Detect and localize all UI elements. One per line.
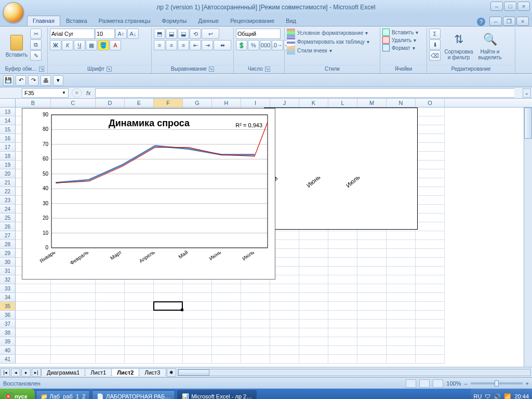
cell[interactable] xyxy=(183,355,212,364)
col-header-C[interactable]: C xyxy=(51,99,96,107)
vertical-scrollbar[interactable] xyxy=(524,108,532,367)
cell[interactable] xyxy=(328,355,357,364)
cell[interactable] xyxy=(270,337,299,346)
cell[interactable] xyxy=(51,337,96,346)
tray-icon-1[interactable]: 🛡 xyxy=(485,393,490,399)
select-all-corner[interactable] xyxy=(0,99,16,107)
row-header-37[interactable]: 37 xyxy=(0,320,16,328)
cell-styles-button[interactable]: Стили ячеек ▾ xyxy=(287,46,332,55)
cell[interactable] xyxy=(212,302,241,311)
cell[interactable] xyxy=(416,275,445,284)
align-top-button[interactable]: ⬒ xyxy=(154,29,165,39)
worksheet-grid[interactable]: BCDEFGHIJKLMNO 1314151617181920212223242… xyxy=(0,99,532,367)
col-header-O[interactable]: O xyxy=(416,99,445,107)
grow-font-button[interactable]: A↑ xyxy=(115,29,127,39)
cell[interactable] xyxy=(212,337,241,346)
delete-cells-button[interactable]: Удалить ▾ xyxy=(382,36,416,44)
col-header-M[interactable]: M xyxy=(357,99,387,107)
cell[interactable] xyxy=(357,249,387,258)
cell[interactable] xyxy=(387,311,416,320)
cell[interactable] xyxy=(357,337,387,346)
autosum-button[interactable]: Σ xyxy=(429,29,441,39)
format-cells-button[interactable]: Формат ▾ xyxy=(382,44,415,51)
paste-button[interactable]: Вставить xyxy=(4,29,29,63)
cell[interactable] xyxy=(328,337,357,346)
save-button[interactable]: 💾 xyxy=(3,75,14,86)
cell[interactable] xyxy=(416,258,445,267)
minimize-button[interactable]: – xyxy=(490,2,503,11)
row-header-19[interactable]: 19 xyxy=(0,161,16,169)
cell[interactable] xyxy=(416,311,445,320)
row-header-41[interactable]: 41 xyxy=(0,355,16,364)
cell[interactable] xyxy=(416,169,445,178)
cell[interactable] xyxy=(183,337,212,346)
cell[interactable] xyxy=(299,302,328,311)
increase-indent-button[interactable]: ⇥ xyxy=(202,40,213,50)
cell[interactable] xyxy=(416,205,445,214)
cell[interactable] xyxy=(51,293,96,302)
row-header-23[interactable]: 23 xyxy=(0,196,16,205)
cell[interactable] xyxy=(16,328,51,337)
cell[interactable] xyxy=(299,320,328,328)
cell[interactable] xyxy=(416,214,445,222)
find-select-button[interactable]: 🔍Найти и выделить xyxy=(475,29,505,63)
cell[interactable] xyxy=(270,328,299,337)
cell[interactable] xyxy=(241,284,270,293)
cell[interactable] xyxy=(387,355,416,364)
align-center-button[interactable]: ≡ xyxy=(166,40,177,50)
col-header-D[interactable]: D xyxy=(96,99,125,107)
cell[interactable] xyxy=(125,293,154,302)
cell[interactable] xyxy=(387,240,416,249)
cell[interactable] xyxy=(416,143,445,152)
cell[interactable] xyxy=(154,346,183,355)
fill-color-button[interactable]: 🪣 xyxy=(98,40,109,50)
col-header-H[interactable]: H xyxy=(212,99,241,107)
cell[interactable] xyxy=(212,346,241,355)
tray-signal-icon[interactable]: 📶 xyxy=(504,393,511,400)
cell[interactable] xyxy=(299,311,328,320)
cell[interactable] xyxy=(270,320,299,328)
align-right-button[interactable]: ≡ xyxy=(178,40,189,50)
cell[interactable] xyxy=(96,293,125,302)
row-header-13[interactable]: 13 xyxy=(0,108,16,116)
cell[interactable] xyxy=(154,355,183,364)
tab-nav-last[interactable]: ▸| xyxy=(32,368,41,377)
align-middle-button[interactable]: ⬓ xyxy=(166,29,177,39)
col-header-F[interactable]: F xyxy=(154,99,183,107)
comma-button[interactable]: 000 xyxy=(260,40,271,50)
cell[interactable] xyxy=(183,346,212,355)
row-header-17[interactable]: 17 xyxy=(0,143,16,152)
cell[interactable] xyxy=(154,311,183,320)
cell[interactable] xyxy=(96,337,125,346)
cell[interactable] xyxy=(387,267,416,275)
format-painter-button[interactable]: ✎ xyxy=(30,50,42,61)
col-header-L[interactable]: L xyxy=(328,99,357,107)
cell[interactable] xyxy=(51,311,96,320)
zoom-slider[interactable] xyxy=(471,382,523,384)
qat-customize-button[interactable]: ▾ xyxy=(53,75,63,86)
tab-Вид[interactable]: Вид xyxy=(280,16,302,26)
tab-Формулы[interactable]: Формулы xyxy=(156,16,193,26)
cell[interactable] xyxy=(299,337,328,346)
cell[interactable] xyxy=(183,311,212,320)
cell[interactable] xyxy=(16,346,51,355)
cell[interactable] xyxy=(416,328,445,337)
cell[interactable] xyxy=(328,284,357,293)
cell[interactable] xyxy=(299,328,328,337)
fx-icon[interactable]: fx xyxy=(82,90,95,96)
print-button[interactable]: 🖶 xyxy=(41,75,51,86)
cell[interactable] xyxy=(416,240,445,249)
cell[interactable] xyxy=(241,328,270,337)
col-header-I[interactable]: I xyxy=(241,99,270,107)
view-normal-button[interactable] xyxy=(406,379,416,388)
cell[interactable] xyxy=(357,258,387,267)
cell[interactable] xyxy=(154,302,183,311)
shrink-font-button[interactable]: A↓ xyxy=(127,29,139,39)
cell[interactable] xyxy=(328,231,357,240)
cell[interactable] xyxy=(328,328,357,337)
conditional-formatting-button[interactable]: Условное форматирование ▾ xyxy=(287,29,368,37)
cell[interactable] xyxy=(299,240,328,249)
cell[interactable] xyxy=(328,320,357,328)
doc-restore-button[interactable]: ❐ xyxy=(503,17,515,26)
font-size-combo[interactable] xyxy=(95,29,115,39)
